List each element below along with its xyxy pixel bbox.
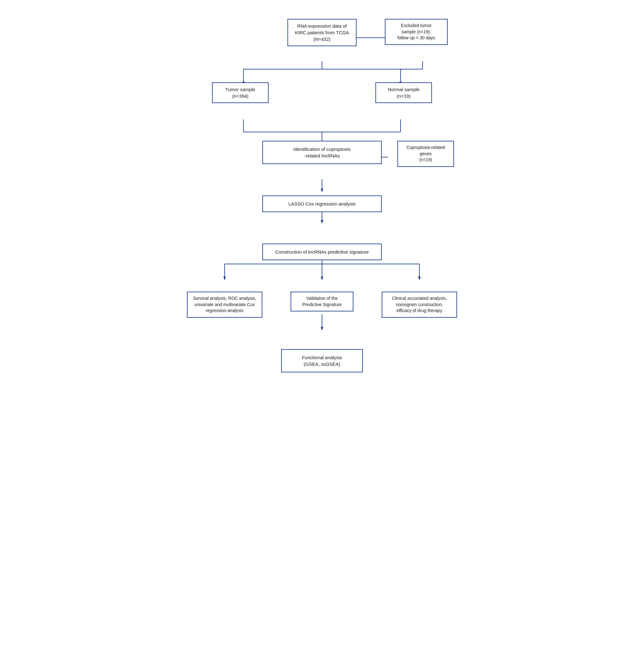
svg-marker-18 [321,189,323,192]
normal-sample-box: Normal sample (n=19) [375,82,432,103]
svg-marker-28 [418,277,421,280]
excluded-box: Excluded tumor sample (n=19): follow up … [385,19,448,45]
tumor-sample-box: Tumor sample (n=394) [212,82,269,103]
row-4: Survival analysis, ROC analysis, univari… [181,292,463,318]
clinical-box: Clinical accociated analysis, nomogram c… [382,292,457,318]
row-2: Tumor sample (n=394) Normal sample (n=19… [181,82,463,103]
row-3: Identification of cuproptosis -related l… [181,141,463,164]
lasso-box: LASSO Cox regression analysis [262,196,382,212]
validation-box: Validation of the Predictive Signature [291,292,353,311]
svg-marker-26 [321,277,323,280]
row-1: RNA expression data of KIRC patients fro… [181,19,463,46]
flowchart: RNA expression data of KIRC patients fro… [181,13,463,385]
construction-box: Construction of lncRNAs predictive signa… [262,243,382,260]
rna-data-box: RNA expression data of KIRC patients fro… [287,19,357,46]
survival-box: Survival analysis, ROC analysis, univari… [187,292,262,318]
svg-marker-20 [321,220,323,224]
cuproptosis-genes-box: Cuproptosis-related genes (n=19) [397,141,454,167]
identification-box: Identification of cuproptosis -related l… [262,141,382,164]
functional-box: Functional analysis (GSEA, ssGSEA) [281,349,363,372]
svg-marker-30 [321,327,323,331]
svg-marker-24 [223,277,226,280]
